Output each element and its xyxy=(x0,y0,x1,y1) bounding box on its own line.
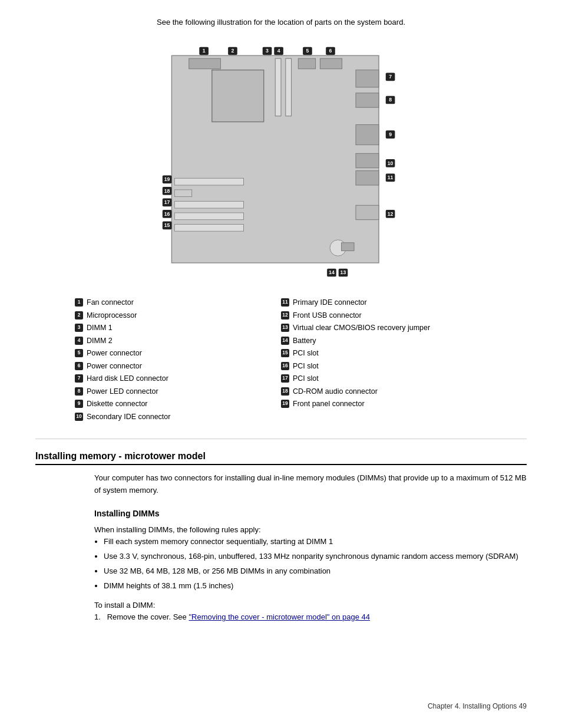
svg-rect-54 xyxy=(174,213,243,220)
dimm-rules-list: Fill each system memory connector sequen… xyxy=(104,536,527,592)
installing-dimms-body: When installing DIMMs, the following rul… xyxy=(94,524,527,624)
legend-badge: 15 xyxy=(281,349,289,357)
legend-item: 6Power connector xyxy=(75,361,281,372)
legend-item: 19Front panel connector xyxy=(281,399,487,410)
cover-link[interactable]: "Removing the cover - microtower model" … xyxy=(189,612,370,621)
legend-badge: 3 xyxy=(75,324,83,332)
legend-item: 15PCI slot xyxy=(281,348,487,359)
legend-item: 13Virtual clear CMOS/BIOS recovery jumpe… xyxy=(281,323,487,334)
legend-badge: 16 xyxy=(281,362,289,370)
svg-rect-57 xyxy=(342,243,354,251)
svg-rect-44 xyxy=(320,58,342,69)
install-steps: 1. Remove the cover. See "Removing the c… xyxy=(94,611,527,624)
page-footer: Chapter 4. Installing Options 49 xyxy=(428,702,527,710)
legend-label: Power connector xyxy=(87,348,142,359)
legend-label: Power connector xyxy=(87,361,142,372)
legend-badge: 7 xyxy=(75,374,83,383)
svg-rect-49 xyxy=(356,171,379,185)
legend-label: Microprocessor xyxy=(87,311,137,321)
svg-text:5: 5 xyxy=(306,48,309,54)
legend-item: 8Power LED connector xyxy=(75,387,281,397)
legend-label: Fan connector xyxy=(87,298,134,308)
legend-item: 17PCI slot xyxy=(281,374,487,384)
svg-rect-45 xyxy=(356,70,379,87)
svg-text:13: 13 xyxy=(340,269,346,275)
svg-text:15: 15 xyxy=(164,222,170,228)
dimm-rule: Use 3.3 V, synchronous, 168-pin, unbuffe… xyxy=(104,551,527,563)
legend-badge: 8 xyxy=(75,387,83,396)
legend-label: Diskette connector xyxy=(87,399,148,410)
installing-memory-title: Installing memory - microtower model xyxy=(35,451,527,465)
legend-label: PCI slot xyxy=(293,374,319,384)
section-divider xyxy=(35,439,527,439)
dimm-rule: Use 32 MB, 64 MB, 128 MB, or 256 MB DIMM… xyxy=(104,565,527,578)
legend-item: 9Diskette connector xyxy=(75,399,281,410)
legend-item: 1Fan connector xyxy=(75,298,281,308)
legend-label: Hard disk LED connector xyxy=(87,374,168,384)
legend-badge: 2 xyxy=(75,311,83,319)
svg-rect-47 xyxy=(356,125,379,145)
legend-badge: 1 xyxy=(75,298,83,307)
legend-item: 12Front USB connector xyxy=(281,311,487,321)
system-board-diagram: 1 2 3 4 5 6 7 8 9 10 11 12 xyxy=(134,38,428,286)
legend-badge: 17 xyxy=(281,374,289,383)
legend-item: 14Battery xyxy=(281,336,487,347)
legend-badge: 5 xyxy=(75,349,83,357)
legend-badge: 13 xyxy=(281,324,289,332)
legend-label: PCI slot xyxy=(293,348,319,359)
legend-item: 7Hard disk LED connector xyxy=(75,374,281,384)
svg-rect-42 xyxy=(286,58,292,116)
install-intro: To install a DIMM: xyxy=(94,599,527,612)
legend-item: 4DIMM 2 xyxy=(75,336,281,347)
svg-text:3: 3 xyxy=(266,48,269,54)
svg-text:8: 8 xyxy=(389,97,392,103)
svg-rect-43 xyxy=(298,58,315,69)
legend-item: 18CD-ROM audio connector xyxy=(281,387,487,397)
installing-dimms-intro: When installing DIMMs, the following rul… xyxy=(94,524,527,536)
svg-text:6: 6 xyxy=(329,48,332,54)
legend-item: 10Secondary IDE connector xyxy=(75,412,281,423)
legend-section: 1Fan connector2Microprocessor3DIMM 14DIM… xyxy=(35,298,527,424)
legend-badge: 18 xyxy=(281,387,289,396)
legend-label: Front USB connector xyxy=(293,311,362,321)
svg-rect-48 xyxy=(356,153,379,167)
svg-text:1: 1 xyxy=(203,48,206,54)
legend-badge: 10 xyxy=(75,413,83,421)
legend-item: 11Primary IDE connector xyxy=(281,298,487,308)
legend-item: 3DIMM 1 xyxy=(75,323,281,334)
legend-badge: 6 xyxy=(75,362,83,370)
legend-badge: 11 xyxy=(281,298,289,307)
legend-label: DIMM 2 xyxy=(87,336,113,347)
legend-label: Primary IDE connector xyxy=(293,298,367,308)
installing-dimms-title: Installing DIMMs xyxy=(94,509,527,518)
installing-memory-body: Your computer has two connectors for ins… xyxy=(94,472,527,497)
legend-item: 5Power connector xyxy=(75,348,281,359)
svg-rect-53 xyxy=(174,201,243,208)
legend-right-col: 11Primary IDE connector12Front USB conne… xyxy=(281,298,487,424)
diagram-container: 1 2 3 4 5 6 7 8 9 10 11 12 xyxy=(35,38,527,286)
svg-rect-41 xyxy=(275,58,281,116)
svg-rect-51 xyxy=(174,178,243,185)
svg-text:16: 16 xyxy=(164,211,170,217)
legend-label: Front panel connector xyxy=(293,399,365,410)
svg-text:2: 2 xyxy=(232,48,234,54)
legend-badge: 14 xyxy=(281,337,289,345)
svg-text:19: 19 xyxy=(164,176,170,182)
legend-label: Power LED connector xyxy=(87,387,158,397)
legend-badge: 19 xyxy=(281,400,289,408)
legend-badge: 4 xyxy=(75,337,83,345)
dimm-rule: Fill each system memory connector sequen… xyxy=(104,536,527,548)
svg-text:7: 7 xyxy=(389,74,392,80)
legend-label: CD-ROM audio connector xyxy=(293,387,378,397)
svg-rect-39 xyxy=(189,58,221,69)
svg-rect-40 xyxy=(212,70,264,122)
legend-label: PCI slot xyxy=(293,361,319,372)
svg-text:10: 10 xyxy=(388,160,394,166)
svg-text:4: 4 xyxy=(277,48,280,54)
legend-label: Virtual clear CMOS/BIOS recovery jumper xyxy=(293,323,430,334)
svg-rect-50 xyxy=(356,205,379,219)
legend-label: DIMM 1 xyxy=(87,323,113,334)
legend-badge: 12 xyxy=(281,311,289,319)
legend-item: 16PCI slot xyxy=(281,361,487,372)
legend-left-col: 1Fan connector2Microprocessor3DIMM 14DIM… xyxy=(75,298,281,424)
